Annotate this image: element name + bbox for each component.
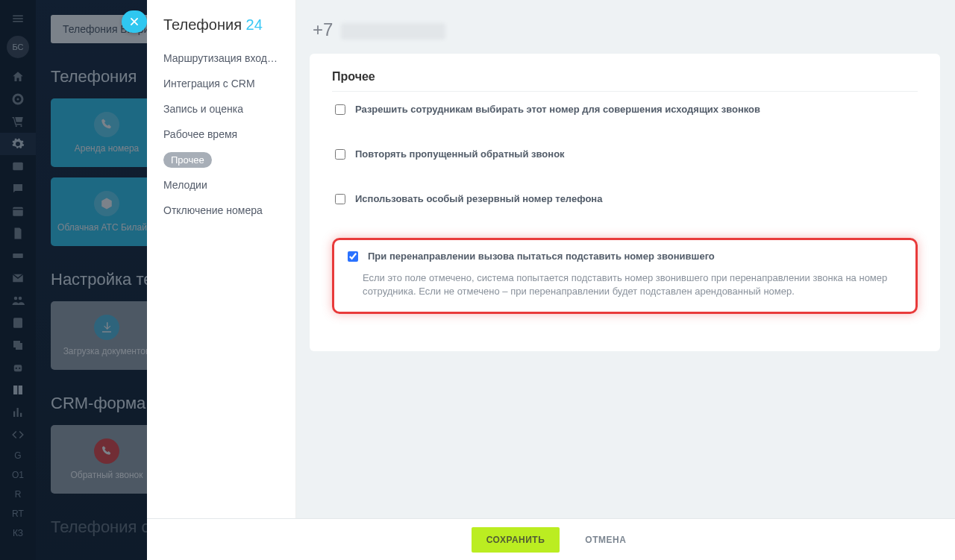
settings-sidebar: Телефония 24 Маршрутизация входящ… Интег… [147,0,296,518]
option-label: При перенаправлении вызова пытаться подс… [368,251,715,262]
nav-workhours[interactable]: Рабочее время [147,122,295,147]
save-button[interactable]: СОХРАНИТЬ [472,527,560,553]
close-button[interactable] [122,10,147,33]
settings-content: +7 Прочее Разрешить сотрудникам выбирать… [296,0,955,518]
nav-routing[interactable]: Маршрутизация входящ… [147,45,295,71]
checkbox-substitute-caller[interactable] [348,251,358,262]
option-allow-outgoing: Разрешить сотрудникам выбирать этот номе… [332,104,918,117]
nav-other[interactable]: Прочее [147,147,295,172]
panel-title: Телефония 24 [147,16,295,45]
option-label: Разрешить сотрудникам выбирать этот номе… [355,104,760,115]
option-substitute-caller: При перенаправлении вызова пытаться подс… [332,238,918,314]
option-reserve-number: Использовать особый резервный номер теле… [332,193,918,207]
option-label: Использовать особый резервный номер теле… [355,193,602,204]
nav-recording[interactable]: Запись и оценка [147,96,295,122]
close-icon [129,16,140,27]
checkbox-retry-callback[interactable] [335,149,345,160]
card-title: Прочее [332,70,918,84]
phone-prefix: +7 [313,19,333,40]
phone-number-title: +7 [313,19,940,40]
nav-disconnect[interactable]: Отключение номера [147,198,295,223]
nav-melodies[interactable]: Мелодии [147,172,295,198]
other-settings-card: Прочее Разрешить сотрудникам выбирать эт… [310,54,940,351]
brand-text: Телефония [163,16,242,33]
checkbox-reserve-number[interactable] [335,194,345,204]
option-label: Повторять пропущенный обратный звонок [355,148,565,160]
option-description: Если это поле отмечено, система попытает… [363,271,904,298]
cancel-button[interactable]: ОТМЕНА [580,534,630,546]
settings-panel: Телефония 24 Маршрутизация входящ… Интег… [147,0,955,560]
checkbox-allow-outgoing[interactable] [335,104,345,115]
option-retry-callback: Повторять пропущенный обратный звонок [332,148,918,162]
phone-number-redacted [341,23,445,40]
brand-accent: 24 [246,16,263,33]
panel-footer: СОХРАНИТЬ ОТМЕНА [147,518,955,560]
nav-crm[interactable]: Интеграция с CRM [147,71,295,96]
nav-other-label: Прочее [163,152,212,168]
divider [332,91,918,92]
